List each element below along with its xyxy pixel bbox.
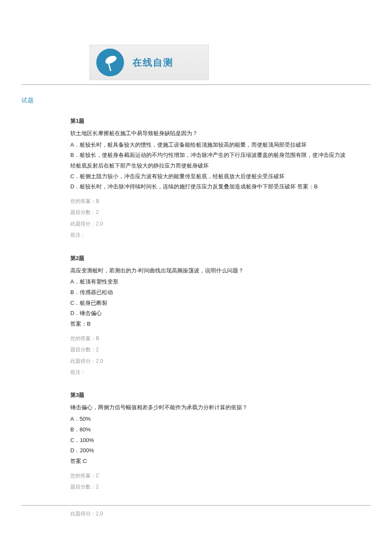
answer-row: 答案:C — [70, 456, 347, 467]
question-prompt: 软土地区长摩擦桩在施工中易导致桩身缺陷是因为？ — [70, 128, 347, 139]
your-answer-row: 您的答案：B — [70, 196, 347, 207]
got-score-row: 此题得分：2.0 — [70, 356, 347, 367]
divider-top — [21, 84, 371, 85]
remark-row: 批注： — [70, 367, 347, 378]
answer-value: B — [87, 321, 91, 327]
option-c: C．100% — [70, 435, 347, 446]
question-number: 第3题 — [70, 390, 347, 400]
option-a: A．50% — [70, 414, 347, 425]
question-block-1: 第1题 软土地区长摩擦桩在施工中易导致桩身缺陷是因为？ A．桩较长时，桩具备较大… — [70, 116, 347, 241]
option-c: C．桩身已断裂 — [70, 298, 347, 309]
question-number: 第2题 — [70, 254, 347, 263]
question-meta: 您的答案：B 题目分数：2 此题得分：2.0 批注： — [70, 333, 347, 378]
divider-bottom — [21, 505, 371, 506]
got-score-value: 2.0 — [96, 221, 103, 227]
question-meta-tail: 此题得分：2.0 — [70, 508, 347, 519]
your-answer-row: 您的答案：C — [70, 470, 347, 481]
question-meta: 您的答案：B 题目分数：2 此题得分：2.0 批注： — [70, 196, 347, 241]
option-d: D．200% — [70, 445, 347, 456]
got-score-value: 2.0 — [96, 511, 103, 517]
score-label: 题目分数： — [70, 347, 96, 353]
question-prompt: 锤击偏心，两侧力信号幅值相差多少时不能作为承载力分析计算的依据？ — [70, 402, 347, 413]
section-title: 试题 — [21, 95, 371, 106]
banner: 在线自测 — [89, 45, 209, 80]
got-score-label: 此题得分： — [70, 511, 96, 517]
option-a: A．桩较长时，桩具备较大的惯性，使施工设备能给桩顶施加较高的能量，而使桩顶局部受… — [70, 140, 347, 150]
question-block-3: 第3题 锤击偏心，两侧力信号幅值相差多少时不能作为承载力分析计算的依据？ A．5… — [70, 390, 347, 492]
option-b: B．桩较长，使桩身各截面运动的不均匀性增加，冲击脉冲产生的下行压缩波覆盖的桩身范… — [70, 150, 347, 171]
got-score-row: 此题得分：2.0 — [70, 218, 347, 229]
answer-row: 答案：B — [70, 319, 347, 330]
your-answer-label: 您的答案： — [70, 473, 96, 479]
answer-label: 答案: — [70, 458, 83, 464]
option-b: B．80% — [70, 425, 347, 435]
answer-value: C — [83, 458, 87, 464]
score-value: 2 — [96, 209, 99, 215]
score-value: 2 — [96, 347, 99, 353]
your-answer-label: 您的答案： — [70, 198, 96, 204]
option-d: D．锤击偏心 — [70, 308, 347, 319]
question-block-2: 第2题 高应变测桩时，若测出的力-时间曲线出现高频振荡波，说明什么问题？ A．桩… — [70, 254, 347, 378]
got-score-label: 此题得分： — [70, 221, 96, 227]
option-d: D．桩较长时，冲击脉冲持续时间长，连续的施打使压应力反复叠加造成桩身中下部受压破… — [70, 182, 347, 192]
got-score-label: 此题得分： — [70, 358, 96, 364]
mouse-icon — [96, 49, 124, 76]
option-c: C．桩侧土阻力较小，冲击应力波有较大的能量传至桩底，经桩底放大后使桩尖受压破坏 — [70, 171, 347, 182]
question-block-3-tail: 此题得分：2.0 — [70, 508, 347, 519]
question-number: 第1题 — [70, 116, 347, 126]
score-row: 题目分数：2 — [70, 207, 347, 218]
option-a: A．桩顶有塑性变形 — [70, 277, 347, 287]
score-label: 题目分数： — [70, 484, 96, 490]
your-answer-value: C — [96, 473, 100, 479]
answer-label: 答案： — [70, 321, 87, 327]
your-answer-label: 您的答案： — [70, 335, 96, 341]
got-score-value: 2.0 — [96, 358, 103, 364]
question-meta: 您的答案：C 题目分数：2 — [70, 470, 347, 493]
score-value: 2 — [96, 484, 99, 490]
remark-row: 批注： — [70, 229, 347, 240]
your-answer-value: B — [96, 335, 99, 341]
your-answer-row: 您的答案：B — [70, 333, 347, 344]
your-answer-value: B — [96, 198, 99, 204]
banner-title: 在线自测 — [133, 55, 173, 70]
banner-wrap: 在线自测 — [21, 45, 371, 80]
score-row: 题目分数：2 — [70, 344, 347, 355]
got-score-row: 此题得分：2.0 — [70, 508, 347, 519]
score-label: 题目分数： — [70, 209, 96, 215]
question-prompt: 高应变测桩时，若测出的力-时间曲线出现高频振荡波，说明什么问题？ — [70, 266, 347, 276]
option-b: B．传感器已松动 — [70, 287, 347, 298]
score-row: 题目分数：2 — [70, 481, 347, 492]
